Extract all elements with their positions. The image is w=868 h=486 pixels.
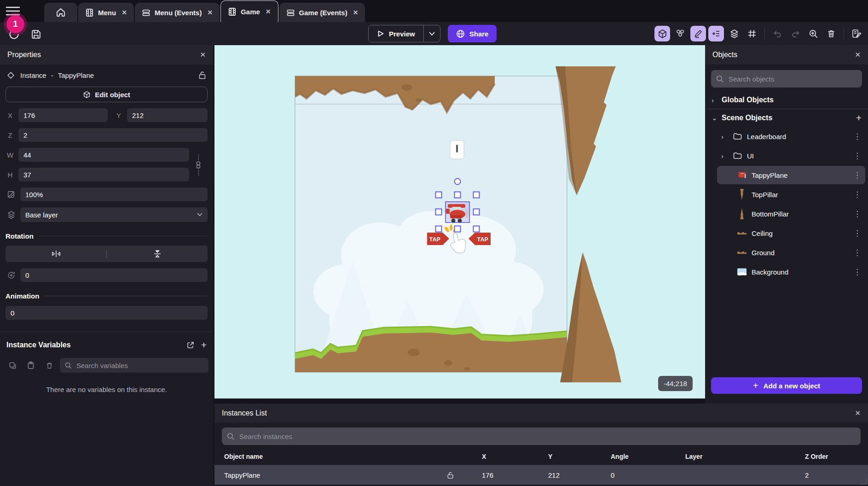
object-row-tappyplane[interactable]: TappyPlane ⋮: [717, 166, 865, 184]
grid-button[interactable]: [744, 26, 760, 41]
trash-icon[interactable]: [41, 358, 57, 372]
layers-button[interactable]: [726, 26, 742, 41]
preview-options-button[interactable]: [423, 25, 440, 42]
diamond-icon: [7, 71, 15, 79]
height-input[interactable]: [18, 168, 189, 182]
kebab-menu-icon[interactable]: ⋮: [853, 248, 861, 258]
object-row-toppillar[interactable]: TopPillar ⋮: [717, 185, 865, 204]
object-row-ceiling[interactable]: Ceiling ⋮: [717, 224, 865, 242]
tab-game[interactable]: Game ✕: [220, 0, 278, 22]
object-row-ui[interactable]: › UI ⋮: [717, 146, 865, 165]
add-variable-icon[interactable]: +: [201, 340, 207, 351]
animation-input[interactable]: [6, 306, 208, 320]
delete-button[interactable]: [823, 26, 839, 41]
instances-search-input[interactable]: [238, 432, 856, 441]
events-icon: [142, 8, 150, 17]
instances-blocks-button[interactable]: [672, 26, 688, 41]
objects-search-input[interactable]: [728, 75, 857, 83]
toggle-3d-view-button[interactable]: [654, 26, 670, 41]
object-label: TopPillar: [752, 191, 778, 199]
kebab-menu-icon[interactable]: ⋮: [853, 228, 861, 238]
close-icon[interactable]: ✕: [200, 51, 206, 59]
edit-scene-properties-button[interactable]: [849, 26, 864, 41]
instances-search[interactable]: [222, 427, 861, 445]
flip-vertical-button[interactable]: [107, 246, 208, 262]
share-button[interactable]: Share: [448, 25, 497, 42]
rotation-input[interactable]: [20, 268, 208, 282]
variables-search[interactable]: [60, 358, 208, 373]
kebab-menu-icon[interactable]: ⋮: [853, 170, 861, 180]
scene-objects-header[interactable]: ⌄ Scene Objects +: [705, 109, 868, 127]
properties-list-button[interactable]: [708, 26, 724, 41]
cube-icon: [658, 29, 667, 39]
y-input[interactable]: [127, 108, 208, 122]
edit-mode-button[interactable]: [690, 26, 706, 41]
unlock-icon[interactable]: [198, 71, 206, 79]
resize-grip[interactable]: [860, 478, 867, 485]
object-row-ground[interactable]: Ground ⋮: [717, 243, 865, 262]
tab-close-icon[interactable]: ✕: [353, 9, 359, 16]
kebab-menu-icon[interactable]: ⋮: [853, 209, 861, 219]
objects-panel: Objects ✕ › Global Objects ⌄ Scene Objec…: [705, 45, 868, 404]
variables-search-input[interactable]: [75, 361, 204, 370]
tab-strip: Menu ✕ Menu (Events) ✕ Game ✕ Game (Even…: [44, 0, 365, 22]
tab-close-icon[interactable]: ✕: [122, 9, 127, 16]
cell-z-order: 2: [798, 471, 868, 479]
add-object-icon[interactable]: +: [856, 112, 862, 123]
unlock-icon[interactable]: [440, 471, 475, 479]
redo-button[interactable]: [787, 26, 803, 41]
layer-select[interactable]: Base layer: [20, 207, 208, 222]
object-row-background[interactable]: Background ⋮: [717, 263, 865, 281]
kebab-menu-icon[interactable]: ⋮: [853, 132, 861, 141]
rotation-handle[interactable]: [455, 179, 461, 185]
kebab-menu-icon[interactable]: ⋮: [853, 267, 861, 277]
tap-indicator-card: [450, 141, 464, 159]
zoom-button[interactable]: [805, 26, 821, 41]
link-line: [198, 170, 199, 176]
close-icon[interactable]: ✕: [855, 409, 861, 417]
scene-canvas[interactable]: TAP TAP -44: [214, 45, 705, 398]
paste-icon[interactable]: [23, 358, 39, 372]
flip-horizontal-button[interactable]: [6, 246, 106, 262]
opacity-input[interactable]: [20, 187, 208, 201]
open-in-new-icon[interactable]: [186, 341, 195, 349]
edit-object-button[interactable]: Edit object: [6, 87, 208, 102]
tab-menu-events[interactable]: Menu (Events) ✕: [135, 3, 220, 22]
close-icon[interactable]: ✕: [855, 51, 861, 59]
objects-search[interactable]: [711, 70, 862, 88]
add-new-object-button[interactable]: + Add a new object: [711, 377, 862, 394]
tab-home[interactable]: [44, 3, 77, 22]
object-row-leaderboard[interactable]: › Leaderboard ⋮: [717, 127, 865, 146]
save-icon[interactable]: [30, 29, 42, 40]
tab-game-events[interactable]: Game (Events) ✕: [279, 3, 365, 22]
tab-close-icon[interactable]: ✕: [207, 9, 213, 16]
instance-table-row[interactable]: TappyPlane 176 212 0 2: [214, 465, 868, 485]
tab-menu[interactable]: Menu ✕: [78, 3, 134, 22]
search-icon: [716, 75, 724, 83]
object-row-bottompillar[interactable]: BottomPillar ⋮: [717, 205, 865, 223]
notification-badge[interactable]: 1: [6, 15, 24, 33]
width-input[interactable]: [18, 148, 189, 162]
kebab-menu-icon[interactable]: ⋮: [853, 190, 861, 199]
preview-button[interactable]: Preview: [369, 25, 423, 42]
lock-aspect-ratio-toggle[interactable]: [189, 148, 208, 182]
instance-label: Instance: [20, 71, 46, 79]
tab-close-icon[interactable]: ✕: [266, 8, 271, 15]
scene-icon: [85, 8, 94, 17]
copy-icon[interactable]: [5, 358, 20, 372]
scene-objects-label: Scene Objects: [722, 114, 772, 122]
h-label: H: [6, 171, 15, 179]
tab-bar: Menu ✕ Menu (Events) ✕ Game ✕ Game (Even…: [0, 0, 868, 22]
kebab-menu-icon[interactable]: ⋮: [853, 151, 861, 161]
animation-row: [6, 306, 208, 320]
global-objects-header[interactable]: › Global Objects: [705, 91, 868, 109]
tappy-plane-instance[interactable]: [446, 202, 469, 223]
undo-button[interactable]: [770, 26, 785, 41]
col-y: Y: [541, 453, 603, 460]
main-menu-button[interactable]: [6, 6, 20, 17]
x-input[interactable]: [18, 108, 108, 122]
position-row: X Y: [6, 108, 208, 122]
z-input[interactable]: [18, 128, 208, 142]
cell-angle: 0: [603, 471, 678, 479]
objects-header: Objects ✕: [705, 45, 868, 64]
